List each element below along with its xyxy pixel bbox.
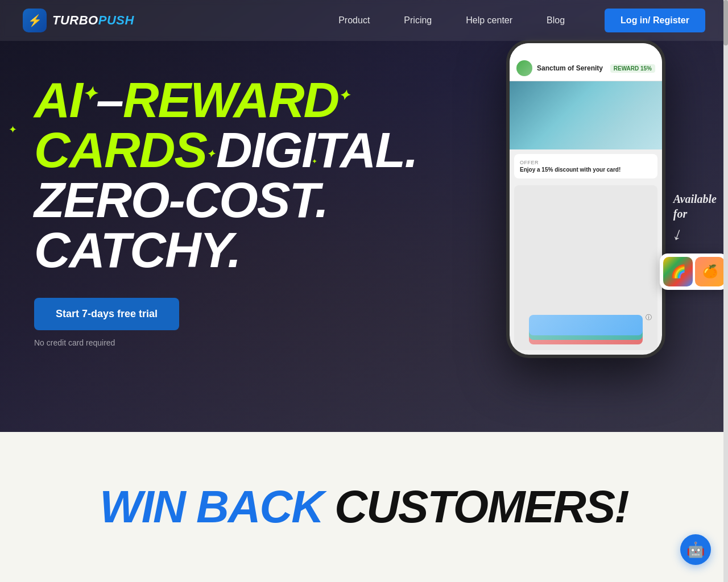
title-dot-sparkle: ✦ [206, 148, 214, 160]
logo[interactable]: ⚡ TURBOPUSH [23, 9, 134, 32]
logo-icon: ⚡ [23, 9, 47, 32]
phone-discount-badge: REWARD 15% [610, 64, 655, 73]
title-zerocost: ZERO-COST. [34, 172, 328, 228]
nav-link-blog[interactable]: Blog [530, 11, 582, 30]
phone-app-avatar [516, 60, 532, 76]
nav-links: Product Pricing Help center Blog [321, 15, 582, 26]
nav-link-product[interactable]: Product [321, 11, 387, 30]
phone-status-icons: ▐▌ WiFi ▮ [629, 48, 653, 53]
phone-mockup: 9:41 ▐▌ WiFi ▮ Sanctum of Serenity REWAR… [489, 40, 682, 358]
sparkle-decoration-1: ✦ [9, 123, 17, 136]
chatbot-icon: 🤖 [686, 541, 705, 559]
phone-screen: Sanctum of Serenity REWARD 15% OFFER [510, 43, 662, 355]
wifi-icon: WiFi [638, 48, 648, 53]
google-wallet-icon: 🌈 [663, 257, 693, 286]
title-sparkle-sup: ✦ [82, 84, 96, 104]
logo-turbo: TURBO [52, 13, 98, 27]
scrollbar-thumb[interactable] [723, 0, 728, 45]
info-icon: ⓘ [646, 313, 652, 322]
sparkle-decoration-2: ✦ [77, 152, 81, 158]
winback-black-text: CUSTOMERS! [323, 481, 628, 532]
title-digital: DIGITAL. [216, 122, 417, 178]
nav-link-pricing[interactable]: Pricing [387, 11, 449, 30]
nav-link-help[interactable]: Help center [449, 11, 530, 30]
available-text: Availablefor [673, 192, 717, 221]
sparkle-decoration-3: ✦ [312, 157, 317, 165]
signal-icon: ▐▌ [629, 48, 636, 53]
title-ai: AI [34, 72, 82, 128]
phone-offer-text: Enjoy a 15% discount with your card! [520, 167, 652, 173]
phone-frame: 9:41 ▐▌ WiFi ▮ Sanctum of Serenity REWAR… [506, 40, 665, 358]
battery-icon: ▮ [650, 48, 653, 53]
chatbot-widget[interactable]: 🤖 [680, 534, 711, 565]
phone-offer-label: OFFER [520, 160, 652, 165]
apple-wallet-icon: 🍊 [695, 257, 725, 286]
hero-title: AI✦–REWARD✦ CARDS✦DIGITAL. ZERO-COST. CA… [34, 75, 364, 275]
nav-item-help[interactable]: Help center [449, 15, 530, 26]
winback-blue-text: WIN BACK [100, 481, 323, 532]
login-button[interactable]: Log in/ Register [605, 9, 705, 32]
wallet-icons-container: 🌈 🍊 [660, 253, 728, 290]
nav-item-blog[interactable]: Blog [530, 15, 582, 26]
trial-button[interactable]: Start 7-days free trial [34, 298, 179, 330]
title-sparkle-2: ✦ [338, 88, 349, 103]
title-reward: REWARD [123, 72, 338, 128]
logo-push: PUSH [98, 13, 134, 27]
discount-percent: 15% [640, 65, 652, 72]
lightning-icon: ⚡ [28, 14, 42, 27]
phone-offer-card: OFFER Enjoy a 15% discount with your car… [514, 154, 657, 178]
arrow-down-icon: ↓ [670, 222, 686, 245]
hero-content: ✦ ✦ ✦ AI✦–REWARD✦ CARDS✦DIGITAL. ZERO-CO… [0, 41, 398, 370]
nav-item-product[interactable]: Product [321, 15, 387, 26]
scrollbar[interactable] [723, 0, 728, 582]
phone-hero-image [510, 81, 662, 149]
hero-section: ⚡ TURBOPUSH Product Pricing Help center … [0, 0, 728, 432]
winback-section: WIN BACK CUSTOMERS! 🤖 [0, 432, 728, 582]
title-catchy: CATCHY. [34, 222, 241, 278]
nav-item-pricing[interactable]: Pricing [387, 15, 449, 26]
card-blue [529, 315, 643, 335]
phone-app-name: Sanctum of Serenity [537, 64, 603, 72]
no-credit-text: No credit card required [34, 338, 115, 347]
hero-cta: Start 7-days free trial No credit card r… [34, 298, 364, 347]
title-cards: CARDS [34, 122, 206, 178]
winback-title: WIN BACK CUSTOMERS! [100, 481, 628, 533]
phone-time: 9:41 [521, 48, 533, 55]
navigation: ⚡ TURBOPUSH Product Pricing Help center … [0, 0, 728, 41]
discount-label: REWARD [614, 65, 639, 72]
logo-text: TURBOPUSH [52, 13, 134, 28]
available-for-annotation: Availablefor ↓ [673, 192, 717, 244]
phone-card-area: ⓘ [514, 185, 657, 350]
title-dash: – [96, 72, 123, 128]
